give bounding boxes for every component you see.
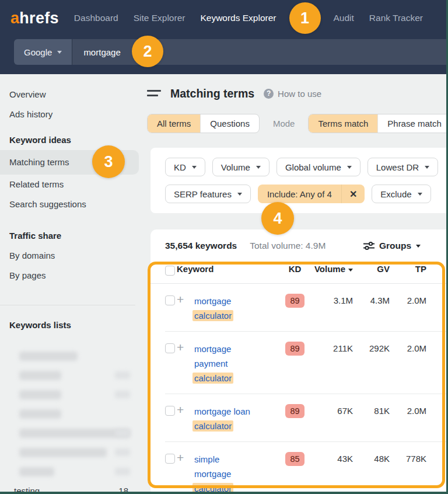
sidebar-item-overview[interactable]: Overview — [9, 85, 135, 105]
chevron-down-icon — [192, 166, 197, 169]
how-to-use-label: How to use — [278, 89, 321, 99]
table-row: +mortgagepaymentcalculator89211K292K2.0M — [150, 332, 448, 394]
add-to-list-button[interactable]: + — [177, 342, 194, 353]
tabs-row: All termsQuestions Mode Terms matchPhras… — [147, 114, 448, 133]
sidebar-item-by-pages[interactable]: By pages — [9, 266, 135, 286]
nav-item-audit[interactable]: Audit — [334, 13, 354, 23]
select-all-checkbox[interactable] — [165, 266, 175, 276]
volume-filter-button[interactable]: Volume — [212, 158, 270, 176]
nav-item-site-explorer[interactable]: Site Explorer — [134, 13, 186, 23]
volume-value: 43K — [337, 452, 353, 466]
tab-questions[interactable]: Questions — [200, 114, 259, 133]
keyword-search-input[interactable]: mortgage — [72, 39, 448, 65]
nav-item-rank-tracker[interactable]: Rank Tracker — [369, 13, 423, 23]
help-question-icon: ? — [264, 89, 274, 99]
groups-dropdown[interactable]: Groups — [363, 241, 421, 251]
column-header-volume[interactable]: Volume — [314, 264, 353, 274]
volume-value: 3.1M — [334, 294, 353, 308]
volume-label: Volume — [221, 162, 250, 172]
gv-value: 48K — [374, 452, 390, 466]
total-volume: Total volume: 4.9M — [250, 241, 326, 251]
collapse-sidebar-icon[interactable] — [147, 89, 161, 98]
tab-all-terms[interactable]: All terms — [148, 114, 200, 133]
annotation-callout-3: 3 — [92, 145, 125, 178]
serp-features-filter-button[interactable]: SERP features — [165, 185, 251, 203]
keyword-list-count-blurred — [115, 371, 130, 379]
top-bar: ahrefs DashboardSite ExplorerKeywords Ex… — [0, 0, 448, 36]
row-checkbox[interactable] — [165, 343, 175, 353]
mode-label: Mode — [273, 119, 295, 128]
matched-term-highlight: calculator — [192, 373, 233, 384]
kd-badge: 85 — [285, 452, 304, 466]
kd-label: KD — [174, 162, 186, 172]
keyword-list-item-blurred[interactable] — [19, 448, 107, 457]
keyword-list-item-blurred[interactable] — [19, 371, 61, 380]
column-header-kd[interactable]: KD — [289, 264, 302, 274]
sidebar-item-related-terms[interactable]: Related terms — [9, 175, 135, 194]
mode-tab-phrase-match[interactable]: Phrase match — [377, 114, 448, 133]
column-header-keyword: Keyword — [177, 264, 279, 274]
page-title: Matching terms — [170, 87, 254, 100]
global-volume-filter-button[interactable]: Global volume — [276, 158, 360, 176]
table-body: +mortgagecalculator893.1M4.3M2.0M+mortga… — [150, 284, 448, 494]
column-header-gv[interactable]: GV — [377, 264, 390, 274]
remove-include-filter-button[interactable]: ✕ — [341, 185, 365, 203]
row-checkbox[interactable] — [165, 454, 175, 464]
gv-value: 292K — [369, 342, 390, 356]
keyword-list-count-blurred — [115, 391, 130, 398]
logo-rest: hrefs — [19, 9, 59, 27]
chevron-down-icon — [425, 166, 429, 169]
keyword-line: simple — [194, 452, 279, 467]
keyword-word: mortgage — [194, 344, 231, 354]
keyword-link[interactable]: mortgage loancalculator — [194, 404, 279, 433]
include-filter-pill[interactable]: Include: Any of 4 ✕ — [258, 185, 365, 203]
add-to-list-button[interactable]: + — [177, 294, 194, 305]
keyword-link[interactable]: mortgagecalculator — [194, 294, 279, 323]
sidebar-divider — [0, 305, 135, 305]
keyword-line: mortgage loan — [194, 404, 279, 419]
mode-tab-terms-match[interactable]: Terms match — [309, 114, 377, 133]
keyword-list-item-blurred[interactable] — [19, 429, 130, 438]
kd-badge: 89 — [285, 294, 304, 308]
keyword-line: mortgage — [194, 342, 279, 356]
lowest-dr-label: Lowest DR — [376, 162, 419, 172]
row-checkbox[interactable] — [165, 295, 175, 305]
keyword-list-item-blurred[interactable] — [19, 409, 61, 419]
gv-value: 4.3M — [370, 294, 390, 308]
table-row: +mortgage loancalculator8967K81K2.0M — [150, 394, 448, 442]
nav-item-keywords-explorer[interactable]: Keywords Explorer — [200, 13, 276, 23]
keyword-link[interactable]: mortgagepaymentcalculator — [194, 342, 279, 385]
keyword-line: payment — [194, 356, 279, 371]
add-to-list-button[interactable]: + — [177, 452, 194, 464]
kd-badge: 89 — [285, 404, 304, 418]
sidebar-item-search-suggestions[interactable]: Search suggestions — [9, 194, 135, 214]
chevron-down-icon — [256, 166, 261, 169]
kd-filter-button[interactable]: KD — [165, 158, 205, 176]
ahrefs-logo[interactable]: ahrefs — [10, 9, 59, 27]
volume-value: 211K — [333, 342, 353, 356]
keyword-list-item-blurred[interactable] — [19, 390, 61, 399]
table-row: +simplemortgagecalculator8543K48K778K — [150, 442, 448, 494]
row-checkbox[interactable] — [165, 406, 175, 416]
table-row: +mortgagecalculator893.1M4.3M2.0M — [150, 284, 448, 332]
results-card: 35,654 keywords Total volume: 4.9M Group… — [150, 229, 448, 494]
exclude-filter-button[interactable]: Exclude — [372, 185, 430, 203]
column-header-tp[interactable]: TP — [415, 264, 426, 274]
keyword-line: calculator — [194, 308, 279, 323]
keyword-list-item-blurred[interactable] — [19, 467, 54, 476]
lowest-dr-filter-button[interactable]: Lowest DR — [368, 158, 438, 176]
add-to-list-button[interactable]: + — [177, 404, 194, 416]
keyword-list-item-blurred[interactable] — [19, 352, 78, 361]
sidebar-item-ads-history[interactable]: Ads history — [9, 105, 135, 124]
how-to-use-link[interactable]: ? How to use — [264, 89, 321, 99]
exclude-label: Exclude — [380, 189, 411, 199]
search-engine-select[interactable]: Google — [14, 39, 72, 65]
nav-item-dashboard[interactable]: Dashboard — [74, 13, 118, 23]
chevron-down-icon — [57, 51, 62, 54]
keywords-lists-header: Keywords lists — [9, 320, 71, 330]
keyword-link[interactable]: simplemortgagecalculator — [194, 452, 279, 494]
gv-value: 81K — [374, 404, 390, 418]
filters-card: KDVolumeGlobal volumeLowest DR SERP feat… — [150, 148, 448, 213]
sidebar-item-by-domains[interactable]: By domains — [9, 246, 135, 266]
keyword-word: mortgage — [194, 296, 231, 306]
